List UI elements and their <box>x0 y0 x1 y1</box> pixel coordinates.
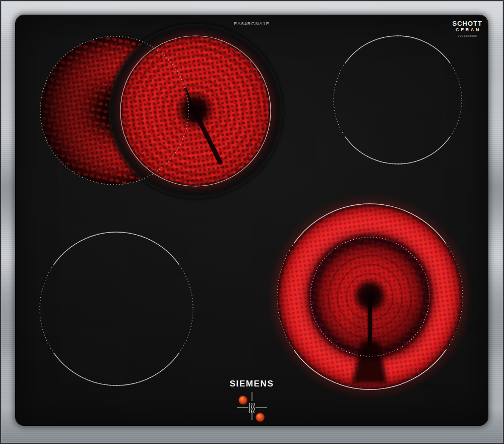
cooking-zone-rear-left <box>40 27 279 195</box>
zone-dotted-outline <box>334 36 462 164</box>
inner-circuit-element <box>112 27 279 195</box>
zone-solid-arcs <box>40 232 193 385</box>
cooking-zones-graphic <box>16 15 488 425</box>
hot-indicator-dot-front-right <box>256 413 265 422</box>
cooking-zone-front-left <box>40 232 193 385</box>
heat-wave-stroke <box>251 404 253 413</box>
heat-wave-stroke <box>254 404 255 413</box>
hot-indicator-dot-rear-left <box>238 396 247 405</box>
schott-ceran-logo: SCHOTT CERAN 9001509080 <box>453 20 482 37</box>
model-number-marking: EA64RGNA1E <box>16 21 488 26</box>
schott-logo-line: CERAN <box>453 28 484 32</box>
temperature-sensor-rod <box>368 298 372 346</box>
residual-heat-indicator <box>237 392 267 422</box>
residual-heat-icon <box>249 404 255 413</box>
zone-solid-arcs <box>334 36 462 164</box>
schott-logo-maker: SCHOTT <box>453 20 482 27</box>
heat-wave-stroke <box>249 404 250 413</box>
schott-logo-code: 9001509080 <box>453 34 482 37</box>
cooking-zone-front-right <box>267 193 473 400</box>
brand-logo: SIEMENS <box>16 379 488 389</box>
zone-dotted-outline <box>40 232 193 385</box>
ceran-glass-surface: EA64RGNA1E SCHOTT CERAN 9001509080 <box>16 15 488 425</box>
cooktop-product-photo: EA64RGNA1E SCHOTT CERAN 9001509080 <box>0 0 504 444</box>
cooking-zone-rear-right <box>334 36 462 164</box>
